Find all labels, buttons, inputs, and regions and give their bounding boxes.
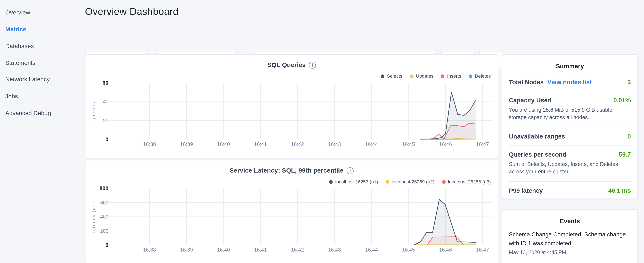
svg-text:60: 60 <box>102 80 108 86</box>
summary-value: 0 <box>628 133 631 140</box>
svg-text:16:46: 16:46 <box>439 247 452 252</box>
svg-text:16:41: 16:41 <box>254 141 267 147</box>
svg-text:16:44: 16:44 <box>365 247 378 252</box>
svg-text:800: 800 <box>100 185 108 191</box>
event-timestamp: May 13, 2020 at 4:45 PM <box>509 249 631 255</box>
service-latency-chart-card: Service Latency: SQL, 99th percentileilo… <box>85 160 498 263</box>
sidebar-item-jobs[interactable]: Jobs <box>0 88 85 105</box>
summary-row-total-nodes: Total NodesView nodes list3 <box>509 73 631 91</box>
app-root: OverviewMetricsDatabasesStatementsNetwor… <box>0 0 644 263</box>
svg-text:16:45: 16:45 <box>402 247 415 252</box>
svg-text:16:40: 16:40 <box>217 141 230 147</box>
summary-value: 46.1 ms <box>608 187 631 194</box>
series-area-localhost-26257-n1 <box>414 200 476 245</box>
events-title: Events <box>509 210 631 228</box>
svg-text:400: 400 <box>100 214 108 220</box>
svg-text:16:39: 16:39 <box>180 247 193 252</box>
summary-row-capacity-used: Capacity Used0.01%You are using 28.6 MiB… <box>509 91 631 127</box>
sidebar-item-advanced-debug[interactable]: Advanced Debug <box>0 105 85 122</box>
summary-row-p99-latency: P99 latency46.1 ms <box>509 181 631 199</box>
sidebar: OverviewMetricsDatabasesStatementsNetwor… <box>0 0 85 263</box>
svg-text:200: 200 <box>100 228 108 234</box>
svg-text:16:47: 16:47 <box>476 141 489 147</box>
summary-row-unavailable-ranges: Unavailable ranges0 <box>509 127 631 145</box>
summary-description: You are using 28.6 MiB of 515.9 GiB usab… <box>509 106 631 122</box>
svg-text:16:40: 16:40 <box>217 247 230 252</box>
summary-value: 59.7 <box>619 151 631 158</box>
svg-text:16:43: 16:43 <box>328 247 341 252</box>
chart-plot[interactable]: 16:3816:3916:4016:4116:4216:4316:4416:45… <box>86 160 498 263</box>
svg-text:16:42: 16:42 <box>291 247 304 252</box>
summary-label: Total Nodes <box>509 79 544 86</box>
svg-text:40: 40 <box>103 99 108 105</box>
sidebar-item-overview[interactable]: Overview <box>0 4 85 21</box>
page-title: Overview Dashboard <box>85 6 178 17</box>
sidebar-item-network-latency[interactable]: Network Latency <box>0 71 85 88</box>
summary-panel: Summary Total NodesView nodes list3Capac… <box>502 54 638 199</box>
summary-row-queries-per-second: Queries per second59.7Sum of Selects, Up… <box>509 145 631 181</box>
svg-text:16:44: 16:44 <box>365 141 378 147</box>
svg-text:latency (ms): latency (ms) <box>91 201 96 232</box>
chart-plot[interactable]: 16:3816:3916:4016:4116:4216:4316:4416:45… <box>86 55 498 158</box>
svg-text:16:46: 16:46 <box>439 141 452 147</box>
event-message: Schema Change Completed: Schema change w… <box>509 230 631 248</box>
summary-label: P99 latency <box>509 187 542 194</box>
svg-text:16:45: 16:45 <box>402 141 415 147</box>
summary-title: Summary <box>509 55 631 73</box>
sql-queries-chart-card: SQL QueriesiSelectsUpdatesInsertsDeletes… <box>85 54 498 158</box>
svg-text:16:43: 16:43 <box>328 141 341 147</box>
summary-label: Capacity Used <box>509 97 551 104</box>
sidebar-item-databases[interactable]: Databases <box>0 38 85 55</box>
svg-text:600: 600 <box>100 200 108 205</box>
sidebar-item-statements[interactable]: Statements <box>0 55 85 71</box>
svg-text:16:41: 16:41 <box>254 247 267 252</box>
summary-rows: Total NodesView nodes list3Capacity Used… <box>509 73 631 199</box>
svg-text:16:38: 16:38 <box>143 141 156 147</box>
summary-value: 3 <box>628 79 631 86</box>
svg-text:queries: queries <box>91 102 96 121</box>
summary-value: 0.01% <box>614 97 631 104</box>
svg-text:16:42: 16:42 <box>291 141 304 147</box>
svg-text:0: 0 <box>106 136 108 142</box>
svg-text:16:47: 16:47 <box>476 247 489 252</box>
summary-label: Unavailable ranges <box>509 133 565 140</box>
view-nodes-list-link[interactable]: View nodes list <box>547 79 592 86</box>
svg-text:0: 0 <box>106 242 108 248</box>
svg-text:16:39: 16:39 <box>180 141 193 147</box>
svg-text:20: 20 <box>103 118 108 123</box>
sidebar-item-metrics[interactable]: Metrics <box>0 21 85 38</box>
events-panel: Events Schema Change Completed: Schema c… <box>502 209 638 263</box>
summary-label: Queries per second <box>509 151 566 158</box>
summary-description: Sum of Selects, Updates, Inserts, and De… <box>509 161 631 176</box>
svg-text:16:38: 16:38 <box>143 247 156 252</box>
